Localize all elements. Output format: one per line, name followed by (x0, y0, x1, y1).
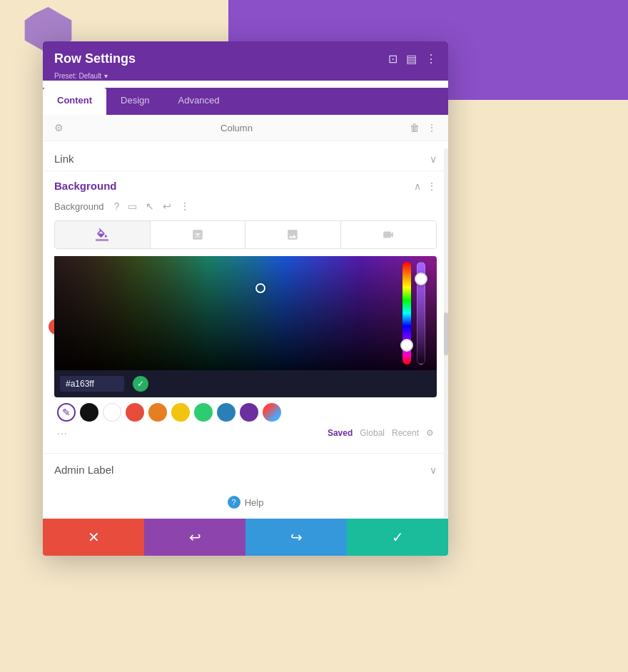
help-row[interactable]: ? Help (43, 486, 448, 519)
column-gear-icon[interactable]: ⚙ (54, 122, 64, 133)
tab-design[interactable]: Design (106, 88, 163, 115)
swatch-orange[interactable] (148, 403, 167, 422)
columns-icon[interactable]: ▤ (406, 52, 417, 66)
column-row: ⚙ Column 🗑 ⋮ (43, 115, 448, 141)
swatch-yellow[interactable] (171, 403, 190, 422)
background-desktop-icon[interactable]: ▭ (126, 199, 138, 213)
picker-sliders (402, 256, 425, 370)
color-picker-cursor[interactable] (255, 283, 265, 293)
hue-slider-thumb[interactable] (400, 339, 413, 352)
gradient-icon (191, 228, 204, 241)
color-fill-icon (96, 228, 108, 241)
background-controls-row: Background ? ▭ ↖ ↩ ⋮ (54, 199, 437, 213)
background-undo-icon[interactable]: ↩ (161, 199, 173, 213)
scrollbar[interactable] (444, 148, 448, 519)
color-swatches-row: ✎ (54, 397, 437, 427)
bg-type-video-tab[interactable] (341, 221, 437, 248)
hue-slider[interactable] (402, 262, 411, 365)
swatch-black[interactable] (80, 403, 98, 422)
color-tab-global[interactable]: Global (360, 428, 385, 438)
panel-header: Row Settings ⊡ ▤ ⋮ Preset: Default ▾ (43, 41, 448, 81)
video-icon (382, 228, 395, 241)
fullscreen-icon[interactable]: ⊡ (388, 52, 397, 66)
more-options-icon[interactable]: ⋮ (425, 52, 437, 66)
admin-label-header[interactable]: Admin Label ∨ (54, 464, 437, 476)
link-title: Link (54, 153, 74, 165)
background-section: Background ∧ ⋮ Background ? ▭ ↖ ↩ ⋮ (43, 171, 448, 453)
background-type-tabs (54, 220, 437, 249)
background-title: Background (54, 180, 117, 192)
help-label: Help (245, 497, 264, 508)
column-label: Column (64, 123, 410, 133)
color-value-row: ✓ (54, 370, 437, 397)
undo-button[interactable]: ↩ (144, 519, 245, 556)
color-palette-tabs: Saved Global Recent ⚙ (328, 428, 434, 438)
panel-header-actions: ⊡ ▤ ⋮ (388, 52, 437, 66)
hex-confirm-button[interactable]: ✓ (133, 376, 148, 392)
help-icon: ? (228, 496, 240, 509)
action-bar: ✕ ↩ ↪ ✓ (43, 519, 448, 556)
swatch-blue[interactable] (217, 403, 236, 422)
tab-content[interactable]: Content (43, 88, 106, 115)
column-more-icon[interactable]: ⋮ (427, 122, 437, 133)
tab-advanced[interactable]: Advanced (164, 88, 234, 115)
panel-body: ⚙ Column 🗑 ⋮ Link ∨ Background ∧ ⋮ (43, 115, 448, 556)
confirm-button[interactable]: ✓ (347, 519, 448, 556)
background-more-icon[interactable]: ⋮ (427, 180, 437, 192)
color-gradient-canvas[interactable] (54, 256, 437, 370)
panel-tabs: Content Design Advanced (43, 88, 448, 115)
panel-title: Row Settings (54, 51, 136, 66)
background-help-icon[interactable]: ? (112, 199, 121, 213)
color-tabs-gear-icon[interactable]: ⚙ (426, 428, 434, 438)
background-collapse-icon[interactable]: ∧ (414, 180, 421, 192)
cancel-button[interactable]: ✕ (43, 519, 144, 556)
color-tab-saved[interactable]: Saved (328, 428, 353, 438)
admin-label-chevron-icon: ∨ (430, 464, 437, 476)
preset-label[interactable]: Preset: Default ▾ (54, 71, 437, 81)
active-color-swatch[interactable]: ✎ (57, 403, 76, 422)
image-icon (286, 228, 299, 241)
redo-button[interactable]: ↪ (245, 519, 347, 556)
admin-label-section: Admin Label ∨ (43, 453, 448, 486)
background-options-icon[interactable]: ⋮ (178, 199, 191, 213)
alpha-slider[interactable] (417, 262, 425, 365)
swatch-red[interactable] (126, 403, 144, 422)
bg-type-gradient-tab[interactable] (151, 221, 246, 248)
swatch-green[interactable] (194, 403, 213, 422)
hex-color-input[interactable] (60, 376, 124, 392)
swatch-purple[interactable] (240, 403, 258, 422)
color-tab-recent[interactable]: Recent (392, 428, 419, 438)
background-cursor-icon[interactable]: ↖ (144, 199, 156, 213)
link-section-header[interactable]: Link ∨ (54, 153, 437, 165)
link-section: Link ∨ (43, 141, 448, 171)
swatches-more-dots[interactable]: ··· (57, 427, 68, 439)
swatch-multicolor[interactable] (263, 403, 281, 422)
bg-type-image-tab[interactable] (245, 221, 341, 248)
link-chevron-icon: ∨ (430, 153, 437, 165)
alpha-slider-thumb[interactable] (415, 273, 427, 285)
swatch-pencil-icon: ✎ (62, 407, 71, 418)
scrollbar-thumb[interactable] (444, 312, 448, 355)
swatch-white[interactable] (103, 403, 121, 422)
color-picker-wrapper: 1 (54, 256, 437, 397)
column-trash-icon[interactable]: 🗑 (410, 122, 420, 133)
background-controls-label: Background (54, 201, 103, 212)
row-settings-panel: Row Settings ⊡ ▤ ⋮ Preset: Default ▾ Con… (43, 41, 448, 556)
bg-type-color-tab[interactable] (55, 221, 151, 248)
admin-label-title: Admin Label (54, 464, 113, 476)
background-section-header: Background ∧ ⋮ (54, 180, 437, 192)
